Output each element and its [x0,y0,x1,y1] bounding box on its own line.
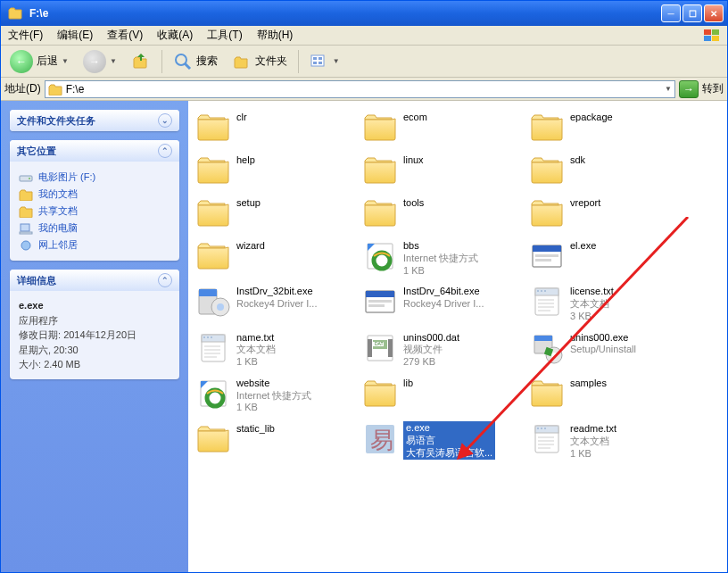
panel-details: 详细信息⌃ e.exe 应用程序 修改日期: 2014年12月20日 星期六, … [10,270,179,379]
address-input[interactable]: F:\e ▼ [45,80,675,98]
details-name: e.exe [19,298,170,313]
chevron-down-icon[interactable]: ▼ [665,85,672,93]
folder-icon [529,376,565,411]
txt-icon [529,284,565,320]
file-meta: Rockey4 Driver I... [236,298,317,311]
svg-point-45 [29,178,30,179]
minimize-button[interactable]: ─ [661,4,681,22]
folder-icon [362,110,398,145]
titlebar[interactable]: F:\e ─ ☐ ✕ [1,1,727,26]
file-meta: 279 KB [403,356,459,369]
svg-rect-35 [704,36,711,41]
file-meta: 文本文档 [236,344,276,356]
back-label: 后退 [37,54,58,69]
app-icon [362,284,398,320]
file-item[interactable]: linux [362,153,527,188]
ishortcut-icon [195,376,231,411]
search-button[interactable]: 搜索 [170,50,221,73]
installer-icon [195,284,231,320]
file-item[interactable]: license.txt文本文档3 KB [529,284,694,322]
file-item[interactable]: unins000.dat视频文件279 KB [362,330,527,369]
file-item[interactable]: e.exe易语言大有吴涛易语言软... [362,421,527,460]
file-meta: 1 KB [236,402,311,414]
file-item[interactable]: tools [362,195,527,231]
file-name: samples [570,378,607,390]
sidebar-link-label: 电影图片 (F:) [38,170,95,184]
menu-fav[interactable]: 收藏(A) [150,28,200,43]
sidebar-link[interactable]: 我的文档 [19,186,170,203]
file-item[interactable]: static_lib [195,421,360,460]
file-name: website [236,378,311,390]
file-meta: Internet 快捷方式 [403,253,478,265]
file-name: clr [236,112,247,124]
file-name: InstDrv_32bit.exe [236,286,317,298]
file-name: unins000.dat [403,332,459,345]
file-item[interactable]: readme.txt文本文档1 KB [529,421,694,460]
file-meta: Internet 快捷方式 [236,390,311,403]
folder-icon [195,421,231,457]
maximize-button[interactable]: ☐ [682,4,702,22]
file-item[interactable]: el.exe [529,238,694,277]
svg-rect-41 [318,57,322,60]
windows-flag-icon [702,28,722,44]
file-list[interactable]: clrecomepackagehelplinuxsdksetuptoolsvre… [188,101,727,572]
details-type: 应用程序 [19,313,170,328]
chevron-up-icon[interactable]: ⌃ [158,144,172,158]
svg-rect-36 [712,36,719,41]
file-item[interactable]: setup [195,195,360,231]
details-weekday: 星期六, 20:30 [19,343,170,358]
file-item[interactable]: clr [195,110,360,145]
file-name: lib [403,378,413,390]
menu-view[interactable]: 查看(V) [100,28,150,43]
go-button[interactable]: → [679,80,699,98]
sidebar-link[interactable]: 电影图片 (F:) [19,169,170,186]
back-button[interactable]: ←后退▼ [6,48,72,75]
file-name: tools [403,197,424,210]
txt-icon [195,330,231,366]
separator [298,50,299,73]
search-label: 搜索 [196,54,218,69]
file-item[interactable]: bbsInternet 快捷方式1 KB [362,238,527,277]
chevron-up-icon[interactable]: ⌃ [158,273,172,287]
file-meta: 视频文件 [403,344,459,356]
file-item[interactable]: unins000.exeSetup/Uninstall [529,330,694,369]
file-name: InstDrv_64bit.exe [403,286,484,298]
file-item[interactable]: websiteInternet 快捷方式1 KB [195,376,360,414]
file-item[interactable]: sdk [529,153,694,188]
file-name: el.exe [570,240,596,253]
file-item[interactable]: epackage [529,110,694,145]
file-name: help [236,154,255,167]
file-item[interactable]: name.txt文本文档1 KB [195,330,360,369]
app-icon [529,238,565,274]
menu-edit[interactable]: 编辑(E) [50,28,100,43]
close-button[interactable]: ✕ [704,4,724,22]
folders-button[interactable]: 文件夹 [228,51,291,72]
file-name: linux [403,154,424,167]
file-item[interactable]: InstDrv_32bit.exeRockey4 Driver I... [195,284,360,322]
file-item[interactable]: InstDrv_64bit.exeRockey4 Driver I... [362,284,527,322]
file-item[interactable]: lib [362,376,527,414]
file-item[interactable]: ecom [362,110,527,145]
sidebar-link[interactable]: 我的电脑 [19,220,170,237]
file-item[interactable]: wizard [195,238,360,277]
svg-rect-42 [313,62,317,64]
menu-tools[interactable]: 工具(T) [200,28,249,43]
chevron-down-icon[interactable]: ⌄ [158,113,172,128]
file-item[interactable]: help [195,153,360,188]
up-button[interactable] [128,50,154,73]
file-item[interactable]: vreport [529,195,694,231]
menu-file[interactable]: 文件(F) [1,28,50,43]
file-meta: 易语言 [406,435,492,447]
forward-button[interactable]: →▼ [79,48,120,75]
svg-point-48 [21,241,30,250]
views-button[interactable]: ▼ [306,52,343,71]
file-name: bbs [403,240,478,253]
svg-rect-47 [20,232,32,234]
sidebar-link[interactable]: 网上邻居 [19,237,170,253]
address-label: 地址(D) [4,81,41,96]
menu-help[interactable]: 帮助(H) [250,28,301,43]
file-item[interactable]: samples [529,376,694,414]
sidebar-link[interactable]: 共享文档 [19,203,170,220]
svg-line-38 [185,63,190,69]
pc-icon [19,222,33,235]
